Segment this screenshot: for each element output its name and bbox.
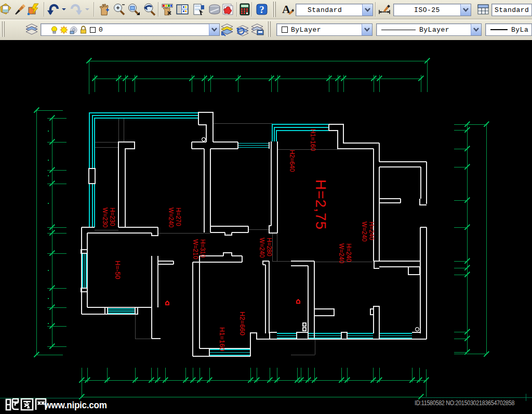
svg-text:H1=160: H1=160 [218,327,226,351]
svg-text:W=240: W=240 [258,238,265,258]
svg-text:H=240: H=240 [368,222,375,240]
svg-text:W=240: W=240 [338,243,345,264]
svg-text:?: ? [259,4,264,15]
svg-text:H=240: H=240 [345,243,352,262]
svg-text:W=240: W=240 [361,222,368,242]
svg-text:H=230: H=230 [109,208,116,226]
svg-text:H2=640: H2=640 [288,150,296,172]
svg-text:W=240: W=240 [167,208,175,228]
svg-text:W=210: W=210 [192,239,199,260]
svg-text:H=-50: H=-50 [114,261,122,279]
svg-text:H=2,75: H=2,75 [313,179,329,230]
svg-text:H=270: H=270 [175,208,182,226]
svg-text:H=280: H=280 [265,238,273,256]
svg-text:www.nipic.com: www.nipic.com [44,399,107,410]
svg-text:H1=160: H1=160 [309,129,316,151]
svg-text:H2=660: H2=660 [238,312,246,335]
svg-text:H=310: H=310 [199,239,206,258]
svg-text:W=230: W=230 [101,208,109,228]
